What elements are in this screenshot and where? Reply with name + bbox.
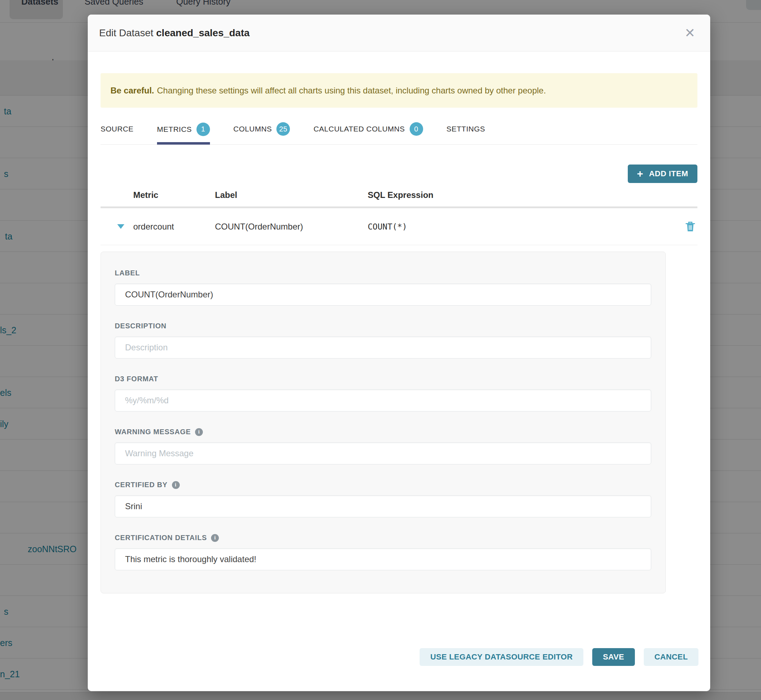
modal-header: Edit Datasetcleaned_sales_data ✕ [88, 14, 710, 52]
modal-title-dataset-name: cleaned_sales_data [156, 27, 250, 38]
warning-banner: Be careful. Changing these settings will… [100, 73, 697, 108]
column-header-label: Label [215, 190, 368, 200]
field-group-certified-by: CERTIFIED BY [115, 481, 650, 517]
field-label-text: LABEL [115, 269, 140, 277]
warning-banner-bold: Be careful. [111, 86, 154, 95]
info-icon [211, 534, 219, 542]
tab-label: CALCULATED COLUMNS [313, 125, 405, 133]
caret-down-icon [117, 224, 124, 229]
metrics-table-header: Metric Label SQL Expression [100, 190, 697, 206]
metrics-count-badge: 1 [197, 123, 210, 136]
add-item-button[interactable]: + ADD ITEM [628, 164, 697, 183]
info-icon [195, 428, 203, 436]
info-icon [172, 481, 180, 489]
modal-title-prefix: Edit Dataset [99, 27, 153, 38]
calculated-columns-count-badge: 0 [409, 122, 423, 136]
certification-details-input[interactable] [115, 548, 651, 570]
cancel-button[interactable]: CANCEL [644, 648, 698, 666]
certified-by-input[interactable] [115, 495, 651, 517]
field-label: CERTIFIED BY [115, 481, 650, 489]
delete-metric-button[interactable] [683, 221, 697, 232]
warning-message-input[interactable] [115, 442, 651, 464]
tab-metrics[interactable]: METRICS 1 [157, 117, 210, 145]
metric-row-ordercount: ordercount COUNT(OrderNumber) COUNT(*) [100, 208, 697, 245]
plus-icon: + [637, 169, 644, 179]
tab-columns[interactable]: COLUMNS 25 [233, 117, 290, 144]
metric-name-cell: ordercount [133, 222, 215, 232]
modal-body: Be careful. Changing these settings will… [88, 73, 710, 594]
field-label: WARNING MESSAGE [115, 428, 650, 436]
tab-label: SOURCE [100, 125, 134, 133]
metric-label-cell: COUNT(OrderNumber) [215, 222, 368, 232]
field-group-d3-format: D3 FORMAT [115, 375, 650, 411]
field-label: CERTIFICATION DETAILS [115, 534, 650, 542]
edit-dataset-modal: Edit Datasetcleaned_sales_data ✕ Be care… [88, 14, 710, 691]
description-input[interactable] [115, 336, 651, 359]
column-header-sql-expression: SQL Expression [368, 190, 697, 200]
field-group-certification-details: CERTIFICATION DETAILS [115, 534, 650, 570]
label-input[interactable] [115, 284, 651, 306]
use-legacy-datasource-editor-button[interactable]: USE LEGACY DATASOURCE EDITOR [420, 648, 583, 666]
tab-label: COLUMNS [233, 125, 272, 133]
modal-footer: USE LEGACY DATASOURCE EDITOR SAVE CANCEL [420, 648, 698, 666]
field-label-text: WARNING MESSAGE [115, 428, 191, 436]
tab-label: METRICS [157, 125, 192, 134]
field-group-warning-message: WARNING MESSAGE [115, 428, 650, 464]
modal-tab-bar: SOURCE METRICS 1 COLUMNS 25 CALCULATED C… [100, 117, 697, 145]
columns-count-badge: 25 [277, 122, 290, 136]
tab-settings[interactable]: SETTINGS [447, 117, 485, 144]
field-group-description: DESCRIPTION [115, 322, 650, 359]
metrics-toolbar: + ADD ITEM [100, 164, 697, 183]
column-header-metric: Metric [133, 190, 215, 200]
d3-format-input[interactable] [115, 389, 651, 411]
close-icon[interactable]: ✕ [684, 27, 695, 39]
metric-sql-cell: COUNT(*) [368, 222, 683, 231]
field-label: LABEL [115, 269, 650, 277]
tab-label: SETTINGS [447, 125, 485, 133]
tab-source[interactable]: SOURCE [100, 117, 134, 144]
modal-title: Edit Datasetcleaned_sales_data [99, 27, 250, 39]
field-label-text: CERTIFIED BY [115, 481, 168, 489]
save-button[interactable]: SAVE [592, 648, 635, 666]
field-label-text: CERTIFICATION DETAILS [115, 534, 207, 542]
field-label: D3 FORMAT [115, 375, 650, 383]
field-label: DESCRIPTION [115, 322, 650, 330]
tab-calculated-columns[interactable]: CALCULATED COLUMNS 0 [313, 117, 423, 144]
field-label-text: DESCRIPTION [115, 322, 166, 330]
add-item-label: ADD ITEM [649, 169, 688, 178]
field-group-label: LABEL [115, 269, 650, 306]
expand-row-control[interactable] [117, 224, 133, 229]
warning-banner-text: Changing these settings will affect all … [157, 86, 546, 95]
trash-icon [685, 221, 695, 232]
metric-detail-panel: LABEL DESCRIPTION D3 FORMAT WARNING MESS… [100, 252, 666, 594]
field-label-text: D3 FORMAT [115, 375, 158, 383]
